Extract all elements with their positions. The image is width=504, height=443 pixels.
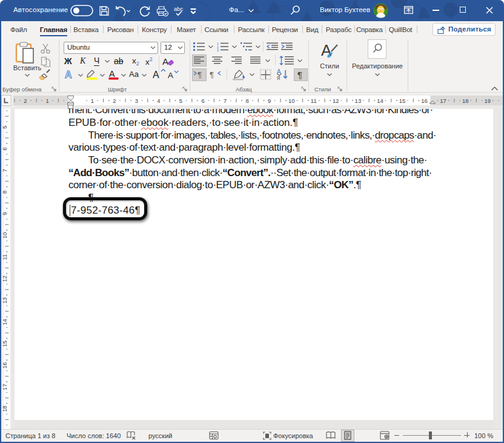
svg-text:1: 1 bbox=[91, 97, 94, 104]
svg-text:A: A bbox=[168, 71, 173, 80]
svg-text:3: 3 bbox=[135, 97, 138, 104]
svg-text:¶: ¶ bbox=[210, 70, 214, 79]
svg-text:7: 7 bbox=[1, 169, 8, 172]
svg-text:19: 19 bbox=[485, 97, 491, 104]
svg-text:18: 18 bbox=[462, 97, 469, 104]
svg-text:A: A bbox=[153, 70, 159, 80]
svg-text:11: 11 bbox=[311, 97, 317, 104]
svg-text:¶: ¶ bbox=[197, 70, 202, 79]
svg-text:6: 6 bbox=[1, 147, 8, 150]
svg-text:12: 12 bbox=[1, 275, 8, 282]
svg-text:15: 15 bbox=[399, 97, 406, 104]
svg-text:2: 2 bbox=[113, 97, 116, 104]
svg-text:5: 5 bbox=[1, 125, 8, 128]
svg-text:8: 8 bbox=[245, 97, 248, 104]
svg-text:abc: abc bbox=[174, 5, 184, 12]
svg-text:я: я bbox=[277, 74, 280, 80]
svg-text:10: 10 bbox=[288, 97, 295, 104]
svg-text:14: 14 bbox=[377, 97, 383, 104]
svg-text:2: 2 bbox=[24, 97, 27, 104]
svg-text:9: 9 bbox=[1, 212, 8, 215]
svg-text:14: 14 bbox=[1, 319, 8, 326]
svg-text:6: 6 bbox=[201, 97, 204, 104]
svg-text:1: 1 bbox=[45, 97, 48, 104]
svg-text:9: 9 bbox=[268, 97, 271, 104]
svg-text:17: 17 bbox=[440, 97, 446, 104]
svg-text:10: 10 bbox=[1, 232, 8, 239]
svg-text:16: 16 bbox=[421, 97, 428, 104]
svg-text:А: А bbox=[65, 70, 72, 79]
svg-text:8: 8 bbox=[1, 191, 8, 194]
svg-text:13: 13 bbox=[355, 97, 362, 104]
svg-text:13: 13 bbox=[1, 297, 8, 304]
svg-text:18: 18 bbox=[1, 405, 8, 412]
svg-text:16: 16 bbox=[1, 363, 8, 369]
svg-text:17: 17 bbox=[1, 384, 8, 390]
svg-text:3: 3 bbox=[217, 48, 219, 51]
svg-text:11: 11 bbox=[1, 254, 8, 260]
svg-text:A: A bbox=[162, 56, 168, 67]
svg-text:4: 4 bbox=[157, 97, 160, 104]
svg-text:A: A bbox=[109, 69, 115, 79]
svg-text:7: 7 bbox=[224, 97, 227, 104]
svg-text:15: 15 bbox=[1, 341, 8, 347]
svg-text:12: 12 bbox=[333, 97, 339, 104]
svg-text:5: 5 bbox=[179, 97, 182, 104]
